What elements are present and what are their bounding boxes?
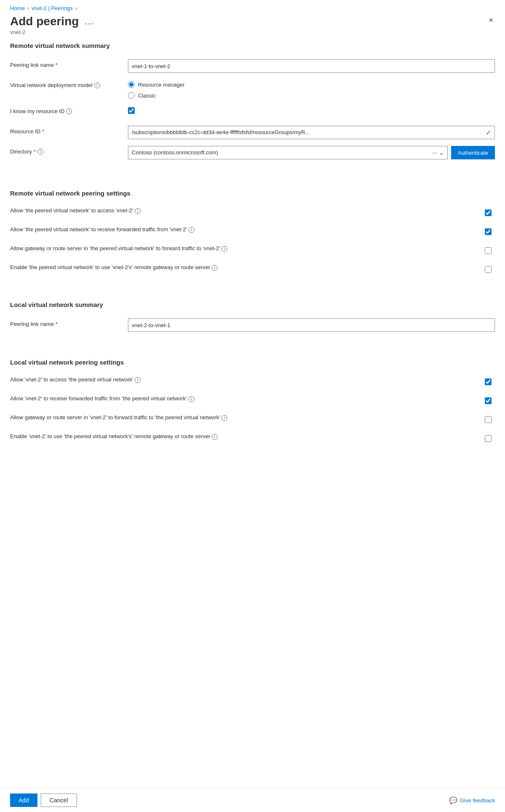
cancel-button[interactable]: Cancel: [41, 793, 77, 807]
resource-id-required: *: [42, 128, 44, 135]
deployment-model-row: Virtual network deployment model i Resou…: [10, 79, 495, 99]
remote-setting-4-checkbox-col: [485, 264, 495, 274]
local-peering-link-name-input[interactable]: [128, 318, 495, 332]
bottom-bar: Add Cancel 💬 Give feedback: [0, 788, 505, 812]
local-setting-1-info-icon[interactable]: i: [135, 377, 141, 383]
remote-setting-4-info-icon[interactable]: i: [212, 265, 218, 271]
directory-required: *: [34, 148, 36, 155]
radio-classic[interactable]: Classic: [128, 92, 495, 99]
resource-id-label: Resource ID *: [10, 126, 128, 135]
authenticate-button[interactable]: Authenticate: [451, 146, 495, 159]
directory-select-icons: ··· ⌄: [429, 149, 447, 156]
spacer-1: [10, 173, 495, 190]
breadcrumb-vnet-peerings[interactable]: vnet-2 | Peerings: [32, 5, 73, 11]
spacer-2: [10, 288, 495, 301]
remote-setting-3-checkbox[interactable]: [485, 247, 492, 254]
know-resource-id-control: [128, 106, 495, 115]
deployment-model-radio-group: Resource manager Classic: [128, 79, 495, 99]
page-subtitle: vnet-2: [10, 29, 97, 35]
close-button[interactable]: ×: [487, 15, 495, 26]
page-title: Add peering: [10, 15, 79, 28]
remote-peering-settings-section: Remote virtual network peering settings …: [10, 190, 495, 274]
remote-setting-4-label: Enable 'the peered virtual network' to u…: [10, 264, 478, 271]
resource-id-wrapper[interactable]: /subscriptions/bbbblblb-cc2c-dd3d-ee4e-f…: [128, 126, 495, 139]
required-marker: *: [56, 62, 58, 68]
remote-setting-1-checkbox-col: [485, 207, 495, 217]
radio-resource-manager-input[interactable]: [128, 81, 135, 88]
remote-setting-1-info-icon[interactable]: i: [135, 208, 141, 214]
breadcrumb-sep-1: ›: [27, 5, 29, 11]
bottom-spacer: [10, 457, 495, 484]
directory-chevron-down-icon: ⌄: [439, 149, 444, 156]
local-setting-1-row: Allow 'vnet-2' to access 'the peered vir…: [10, 376, 495, 386]
resource-id-text: /subscriptions/bbbblblb-cc2c-dd3d-ee4e-f…: [128, 126, 482, 139]
local-setting-3-label: Allow gateway or route server in 'vnet-2…: [10, 414, 478, 421]
local-setting-3-row: Allow gateway or route server in 'vnet-2…: [10, 414, 495, 424]
remote-setting-1-checkbox[interactable]: [485, 209, 492, 216]
remote-setting-2-label: Allow 'the peered virtual network' to re…: [10, 226, 478, 233]
local-setting-4-row: Enable 'vnet-2' to use 'the peered virtu…: [10, 433, 495, 443]
local-setting-2-checkbox[interactable]: [485, 397, 492, 404]
directory-select[interactable]: Contoso (contoso.onmicrosoft.com) ··· ⌄: [128, 146, 448, 159]
remote-setting-4-checkbox[interactable]: [485, 266, 492, 273]
remote-setting-2-checkbox[interactable]: [485, 228, 492, 235]
local-setting-2-row: Allow 'vnet-2' to receive forwarded traf…: [10, 395, 495, 405]
radio-resource-manager[interactable]: Resource manager: [128, 81, 495, 88]
remote-setting-3-info-icon[interactable]: i: [221, 246, 227, 252]
breadcrumb-home[interactable]: Home: [10, 5, 25, 11]
remote-setting-3-label: Allow gateway or route server in 'the pe…: [10, 245, 478, 252]
bottom-bar-actions: Add Cancel: [10, 793, 77, 807]
ellipsis-button[interactable]: ...: [82, 16, 97, 27]
local-setting-1-checkbox[interactable]: [485, 378, 492, 385]
feedback-icon: 💬: [449, 796, 457, 804]
know-resource-id-checkbox[interactable]: [128, 107, 135, 114]
directory-info-icon[interactable]: i: [37, 149, 43, 155]
local-peering-settings-title: Local virtual network peering settings: [10, 359, 495, 369]
page-header: Add peering ... vnet-2 ×: [0, 15, 505, 42]
give-feedback-label: Give feedback: [460, 797, 495, 804]
know-resource-id-row: I know my resource ID i: [10, 106, 495, 119]
directory-select-text: Contoso (contoso.onmicrosoft.com): [128, 146, 429, 159]
local-peering-link-name-control: [128, 318, 495, 332]
local-setting-4-checkbox-col: [485, 433, 495, 443]
local-setting-3-info-icon[interactable]: i: [221, 415, 227, 421]
resource-id-control: /subscriptions/bbbblblb-cc2c-dd3d-ee4e-f…: [128, 126, 495, 139]
local-setting-4-label: Enable 'vnet-2' to use 'the peered virtu…: [10, 433, 478, 440]
deployment-model-control: Resource manager Classic: [128, 79, 495, 99]
local-summary-title: Local virtual network summary: [10, 301, 495, 312]
local-summary-section: Local virtual network summary Peering li…: [10, 301, 495, 332]
remote-summary-section: Remote virtual network summary Peering l…: [10, 42, 495, 159]
give-feedback-link[interactable]: 💬 Give feedback: [449, 796, 495, 804]
remote-peering-settings-title: Remote virtual network peering settings: [10, 190, 495, 200]
remote-peering-link-name-label: Peering link name *: [10, 59, 128, 68]
local-setting-1-label: Allow 'vnet-2' to access 'the peered vir…: [10, 376, 478, 384]
local-setting-3-checkbox[interactable]: [485, 416, 492, 423]
radio-classic-input[interactable]: [128, 92, 135, 99]
radio-resource-manager-label: Resource manager: [138, 82, 185, 88]
breadcrumb-sep-2: ›: [75, 5, 77, 11]
local-setting-4-info-icon[interactable]: i: [212, 434, 218, 440]
local-setting-2-info-icon[interactable]: i: [189, 396, 194, 402]
remote-setting-1-row: Allow 'the peered virtual network' to ac…: [10, 207, 495, 217]
local-setting-4-checkbox[interactable]: [485, 435, 492, 442]
local-peering-link-name-label: Peering link name *: [10, 318, 128, 327]
radio-classic-label: Classic: [138, 93, 156, 99]
know-resource-id-info-icon[interactable]: i: [66, 108, 72, 114]
remote-setting-3-row: Allow gateway or route server in 'the pe…: [10, 245, 495, 255]
add-button[interactable]: Add: [10, 793, 37, 807]
deployment-model-label: Virtual network deployment model i: [10, 79, 128, 88]
remote-setting-2-info-icon[interactable]: i: [189, 227, 194, 233]
remote-setting-1-label: Allow 'the peered virtual network' to ac…: [10, 207, 478, 214]
deployment-model-info-icon[interactable]: i: [94, 82, 100, 88]
local-setting-2-checkbox-col: [485, 395, 495, 405]
page-header-left: Add peering ... vnet-2: [10, 15, 97, 35]
know-resource-id-label: I know my resource ID i: [10, 106, 128, 114]
directory-control: Contoso (contoso.onmicrosoft.com) ··· ⌄ …: [128, 146, 495, 159]
remote-peering-link-name-input[interactable]: [128, 59, 495, 73]
remote-peering-link-name-control: [128, 59, 495, 73]
local-setting-3-checkbox-col: [485, 414, 495, 424]
remote-peering-link-name-row: Peering link name *: [10, 59, 495, 73]
local-setting-1-checkbox-col: [485, 376, 495, 386]
directory-wrapper: Contoso (contoso.onmicrosoft.com) ··· ⌄ …: [128, 146, 495, 159]
page-title-row: Add peering ...: [10, 15, 97, 28]
